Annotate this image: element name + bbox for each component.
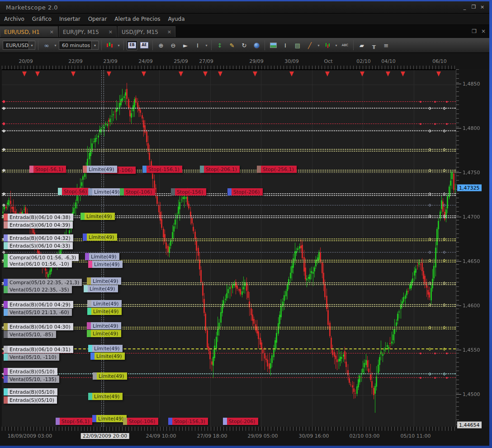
order-label-chip	[4, 396, 8, 404]
refresh-icon[interactable]: ↻	[239, 40, 250, 50]
cascade-windows-button[interactable]: AE	[139, 40, 150, 50]
tab-close-icon[interactable]: ×	[162, 29, 171, 35]
chevron-down-icon[interactable]: ▾	[91, 41, 98, 49]
line-right-marker	[446, 353, 448, 354]
menu-item-ayuda[interactable]: Ayuda	[168, 16, 185, 22]
tile-windows-button[interactable]: EB	[127, 40, 137, 50]
measure-icon[interactable]: I	[192, 40, 203, 50]
fit-vertical-icon[interactable]: ↕	[214, 40, 225, 50]
order-label[interactable]: Límite(49)	[87, 308, 122, 315]
tab-close-icon[interactable]: ×	[103, 29, 113, 35]
tab-close-icon[interactable]: ×	[44, 29, 54, 35]
tab-eur-jpy[interactable]: EUR/JPY, M15×	[59, 26, 117, 37]
order-label[interactable]: Entrada(S)(05/10)	[4, 396, 57, 404]
tree-icon[interactable]: ╥	[369, 40, 379, 50]
chevron-down-icon[interactable]: ▾	[334, 43, 338, 48]
order-label[interactable]: Entrada(S)(06/10 04:39)	[4, 221, 73, 229]
order-label[interactable]: Límite(49)	[93, 372, 127, 380]
order-label[interactable]: Entrada(B)(06/10 04:32)	[4, 234, 73, 242]
order-label[interactable]: Límite(49)	[88, 188, 123, 195]
order-label[interactable]: Stop(-206)	[227, 188, 263, 195]
plot-area[interactable]: Stop(-56,1)Stop(-106)Límite(49)Stop(-156…	[2, 69, 456, 427]
web-icon[interactable]	[251, 40, 262, 50]
order-label[interactable]: Compra(05/10 22:35, -21,3)	[4, 279, 82, 286]
order-label[interactable]: Venta(06/10 01:56, -10)	[4, 260, 72, 267]
order-label[interactable]: Límite(49)	[90, 353, 125, 360]
chevron-down-icon[interactable]: ▾	[204, 43, 208, 48]
order-label[interactable]: Entrada(B)(05/10)	[4, 388, 57, 396]
order-label[interactable]: Venta(05/10 21:13, -60)	[4, 309, 72, 316]
order-label[interactable]: Venta(05/10, -110)	[4, 353, 59, 361]
period-combo[interactable]: 60 minutos▾	[59, 41, 99, 50]
chevron-down-icon[interactable]: ▾	[117, 43, 121, 48]
price-tick	[456, 350, 461, 350]
tab-eur-usd[interactable]: EUR/USD, H1×	[0, 26, 58, 37]
eraser-icon[interactable]: ▰	[356, 40, 367, 50]
order-label-chip	[88, 393, 92, 400]
order-label[interactable]: Límite(49)	[92, 415, 127, 422]
order-label[interactable]: Entrada(B)(05/10)	[4, 368, 57, 375]
menu-item-insertar[interactable]: Insertar	[59, 16, 80, 22]
order-label[interactable]: Stop(-256,1)	[257, 166, 297, 173]
order-label[interactable]: Entrada(B)(06/10 04:31)	[4, 346, 73, 353]
order-label[interactable]: Límite(49)	[88, 393, 123, 400]
order-label[interactable]: Entrada(S)(06/10 04:33)	[4, 242, 73, 249]
close-window-icon[interactable]: ×	[481, 28, 486, 34]
order-label[interactable]: Stop(-156)	[171, 188, 206, 195]
zoom-in-icon[interactable]: ⊕	[156, 40, 166, 50]
order-label[interactable]: Stop(-56,1)	[29, 166, 66, 173]
order-label[interactable]: Stop(-206)	[223, 418, 258, 425]
order-label[interactable]: Límite(49)	[88, 345, 123, 352]
minimize-button[interactable]: _	[461, 4, 468, 11]
order-label[interactable]: Entrada(B)(06/10 04:30)	[4, 323, 73, 330]
restore-window-icon[interactable]: ❒	[472, 28, 477, 34]
text-label-icon[interactable]: I	[280, 40, 291, 50]
order-form-icon[interactable]: ▤	[292, 40, 303, 50]
order-label[interactable]: Límite(49)	[83, 234, 117, 241]
order-label[interactable]: Stop(-206,1)	[200, 166, 240, 173]
order-label[interactable]: Stop(-106)	[123, 418, 158, 425]
tab-usd-jpy[interactable]: USD/JPY, M15×	[118, 26, 175, 37]
order-label[interactable]: Límite(49)	[88, 261, 123, 268]
zoom-out-icon[interactable]: ⊖	[168, 40, 179, 50]
menu-item-operar[interactable]: Operar	[88, 16, 107, 22]
order-label[interactable]: Límite(49)	[87, 300, 122, 307]
order-label[interactable]: Entrada(B)(06/10 04:29)	[4, 301, 73, 308]
menu-item-gráfico[interactable]: Gráfico	[32, 16, 52, 22]
title-bar[interactable]: Marketscope 2.0 _ ❒ ×	[0, 1, 489, 14]
menu-list-icon[interactable]: ≡	[381, 40, 392, 50]
order-label[interactable]: Venta(05/10, -135)	[4, 376, 59, 383]
menu-item-archivo[interactable]: Archivo	[4, 16, 24, 22]
order-label[interactable]: Venta(05/10 22:35, -35)	[4, 286, 72, 293]
menu-item-alerta-de-precios[interactable]: Alerta de Precios	[114, 16, 160, 22]
unlink-icon[interactable]: ∞	[41, 40, 52, 50]
image-icon[interactable]	[268, 40, 279, 50]
note-icon[interactable]: ✎	[227, 40, 237, 50]
draw-line-icon[interactable]: ╱	[304, 40, 315, 50]
order-label[interactable]: Entrada(B)(06/10 04:38)	[4, 214, 73, 221]
signal-marker-icon[interactable]	[322, 40, 333, 50]
order-label[interactable]: Límite(49)	[85, 253, 119, 260]
order-label[interactable]: Stop(-106)	[120, 188, 155, 195]
chevron-down-icon[interactable]: ▾	[28, 41, 35, 49]
order-label[interactable]: Stop(-56,1)	[56, 418, 92, 425]
order-label[interactable]: Stop(-156,3)	[168, 418, 208, 425]
price-axis[interactable]: 1,48501,48001,47501,47001,46501,46001,45…	[456, 69, 489, 427]
sell-arrow-icon	[107, 71, 111, 76]
order-label[interactable]: Límite(49)	[80, 213, 115, 220]
chevron-down-icon[interactable]: ▾	[53, 43, 57, 48]
maximize-button[interactable]: ❒	[470, 4, 478, 11]
symbol-combo[interactable]: EUR/USD▾	[3, 41, 35, 50]
pointer-icon[interactable]: ►	[180, 40, 191, 50]
date-label-bottom: 27/09 18:00	[197, 433, 227, 439]
price-tick	[456, 217, 461, 217]
order-label[interactable]: Límite(49)	[84, 285, 118, 292]
order-label[interactable]: Venta(05/10, -85)	[4, 331, 56, 338]
order-label[interactable]: Stop(-56)	[58, 188, 90, 195]
order-label[interactable]: Stop(-156,1)	[142, 166, 182, 173]
order-label[interactable]: Límite(49)	[83, 166, 117, 173]
chevron-down-icon[interactable]: ▾	[317, 43, 321, 48]
spell-icon[interactable]: ABC	[340, 40, 350, 50]
chart-type-icon[interactable]	[104, 40, 115, 50]
close-button[interactable]: ×	[478, 4, 486, 11]
